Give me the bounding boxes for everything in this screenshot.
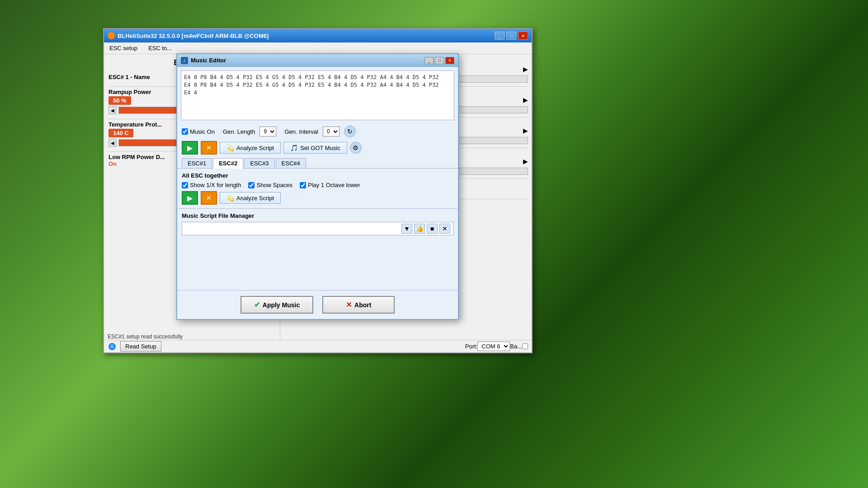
file-manager-section: Music Script File Manager ▼ 👍 ■ ✕ <box>177 209 458 239</box>
gen-interval-label: Gen. Interval <box>284 128 318 135</box>
play-button[interactable]: ▶ <box>182 141 198 155</box>
analyze-script-label: Analyze Script <box>236 145 274 151</box>
all-esc-analyze-label: Analyze Script <box>236 195 274 202</box>
apply-music-button[interactable]: ✔ Apply Music <box>241 296 313 314</box>
main-status-bar: R Read Setup Port: COM 6 Ba... <box>104 340 532 352</box>
file-mgr-dropdown-button[interactable]: ▼ <box>401 224 412 234</box>
tab-esc4[interactable]: ESC#4 <box>276 158 306 168</box>
show-1x-label: Show 1/X for length <box>190 182 241 188</box>
maximize-button[interactable]: □ <box>506 32 516 40</box>
play-stop-row: ▶ ✕ 💫 Analyze Script 🎵 Set GOT Music ⚙ <box>177 139 458 156</box>
all-esc-checkboxes: Show 1/X for length Show Spaces Play 1 O… <box>182 182 453 188</box>
temp-value: 140 C <box>108 129 133 137</box>
analyze-script-button[interactable]: 💫 Analyze Script <box>220 142 281 154</box>
abort-label: Abort <box>354 301 371 309</box>
file-manager-row: ▼ 👍 ■ ✕ <box>182 222 453 235</box>
set-got-music-label: Set GOT Music <box>300 145 340 151</box>
temp-left-arrow[interactable]: ◀ <box>108 139 117 147</box>
music-on-label: Music On <box>190 128 215 135</box>
gen-length-label: Gen. Length <box>223 128 255 135</box>
status-text: ESC#1 setup read successfully <box>108 333 183 340</box>
rampup-left-arrow[interactable]: ◀ <box>108 106 117 114</box>
tab-esc3[interactable]: ESC#3 <box>244 158 274 168</box>
abort-button[interactable]: ✕ Abort <box>322 296 395 314</box>
gen-interval-select[interactable]: 0 <box>323 127 340 136</box>
show-spaces-checkbox[interactable] <box>248 182 255 188</box>
dialog-title: ♪ Music Editor <box>181 57 226 64</box>
stop-button[interactable]: ✕ <box>201 141 217 155</box>
port-label: Port: <box>465 343 477 350</box>
settings-button[interactable]: ⚙ <box>350 142 362 154</box>
show-1x-checkbox[interactable] <box>182 182 188 188</box>
menu-esc-to[interactable]: ESC to... <box>146 44 174 52</box>
esc-tabs: ESC#1 ESC#2 ESC#3 ESC#4 <box>177 156 458 169</box>
file-mgr-upload-button[interactable]: 👍 <box>414 224 425 234</box>
all-esc-title: All ESC together <box>182 172 453 179</box>
main-title-bar: BLHeliSuite32 32.5.0.0 [m4wFCIntf ARM-BL… <box>104 29 532 42</box>
port-select[interactable]: COM 6 <box>477 342 510 351</box>
play-octave-checkbox-label[interactable]: Play 1 Octave lower <box>300 182 360 188</box>
dialog-title-bar: ♪ Music Editor _ □ ✕ <box>177 54 458 67</box>
show-spaces-checkbox-label[interactable]: Show Spaces <box>248 182 292 188</box>
dialog-maximize-button[interactable]: □ <box>435 57 444 64</box>
play-octave-label: Play 1 Octave lower <box>308 182 360 188</box>
music-on-checkbox-label[interactable]: Music On <box>182 128 215 135</box>
all-esc-stop-button[interactable]: ✕ <box>201 191 217 205</box>
gen-length-select[interactable]: 9 <box>259 127 276 136</box>
tab-esc2[interactable]: ESC#2 <box>213 158 243 169</box>
abort-x-icon: ✕ <box>346 300 352 309</box>
read-setup-label: Read Setup <box>125 343 156 350</box>
all-esc-play-row: ▶ ✕ 💫 Analyze Script <box>182 191 453 205</box>
rampup-value: 50 % <box>108 96 131 105</box>
all-esc-play-button[interactable]: ▶ <box>182 191 198 205</box>
all-esc-analyze-script-button[interactable]: 💫 Analyze Script <box>220 192 281 204</box>
dialog-bottom-buttons: ✔ Apply Music ✕ Abort <box>177 290 458 319</box>
file-manager-input[interactable] <box>185 225 400 232</box>
music-text-line3: E4 4 <box>184 89 197 96</box>
dialog-minimize-button[interactable]: _ <box>425 57 434 64</box>
apply-check-icon: ✔ <box>254 300 260 309</box>
dialog-win-controls: _ □ ✕ <box>425 57 454 64</box>
signal-right-arrow[interactable]: ▶ <box>523 96 528 103</box>
play-octave-checkbox[interactable] <box>300 182 306 188</box>
apply-music-label: Apply Music <box>263 301 300 309</box>
music-icon: ♪ <box>181 57 188 64</box>
play-right-arrow[interactable]: ▶ <box>523 127 528 134</box>
main-win-controls: _ □ ✕ <box>495 32 528 40</box>
tab-esc1[interactable]: ESC#1 <box>182 158 212 168</box>
dialog-title-label: Music Editor <box>191 57 226 64</box>
frequency-right-arrow[interactable]: ▶ <box>523 158 528 165</box>
close-main-button[interactable]: ✕ <box>518 32 528 40</box>
music-text-area[interactable]: E4 8 P8 B4 4 D5 4 P32 E5 4 G5 4 D5 4 P32… <box>181 70 454 120</box>
show-1x-checkbox-label[interactable]: Show 1/X for length <box>182 182 241 188</box>
file-mgr-save-button[interactable]: ■ <box>427 224 438 234</box>
dialog-close-button[interactable]: ✕ <box>445 57 454 64</box>
main-title-left: BLHeliSuite32 32.5.0.0 [m4wFCIntf ARM-BL… <box>108 32 269 39</box>
show-spaces-label: Show Spaces <box>256 182 292 188</box>
menu-esc-setup[interactable]: ESC setup <box>108 44 139 52</box>
music-editor-dialog: ♪ Music Editor _ □ ✕ E4 8 P8 B4 4 D5 4 P… <box>176 53 459 320</box>
app-icon <box>108 32 115 39</box>
music-text-line2: E4 8 P8 B4 4 D5 4 P32 E5 4 G5 4 D5 4 P32… <box>184 82 439 88</box>
read-setup-button[interactable]: Read Setup <box>120 341 161 352</box>
beep-right-arrow[interactable]: ▶ <box>523 66 528 73</box>
set-got-music-button[interactable]: 🎵 Set GOT Music <box>283 142 347 154</box>
minimize-button[interactable]: _ <box>495 32 505 40</box>
all-esc-section: All ESC together Show 1/X for length Sho… <box>177 169 458 209</box>
file-mgr-delete-button[interactable]: ✕ <box>439 224 450 234</box>
svg-text:R: R <box>110 344 113 349</box>
music-on-checkbox[interactable] <box>182 128 188 135</box>
refresh-button[interactable]: ↻ <box>344 126 356 137</box>
main-title: BLHeliSuite32 32.5.0.0 [m4wFCIntf ARM-BL… <box>118 33 269 39</box>
ba-label: Ba... <box>510 343 522 350</box>
controls-row-1: Music On Gen. Length 9 Gen. Interval 0 ↻ <box>177 124 458 139</box>
ba-checkbox[interactable] <box>522 343 528 349</box>
status-icon: R <box>108 342 117 351</box>
file-manager-title: Music Script File Manager <box>182 212 453 219</box>
music-text-line1: E4 8 P8 B4 4 D5 4 P32 E5 4 G5 4 D5 4 P32… <box>184 74 439 80</box>
main-menu-bar: ESC setup ESC to... <box>104 42 532 54</box>
